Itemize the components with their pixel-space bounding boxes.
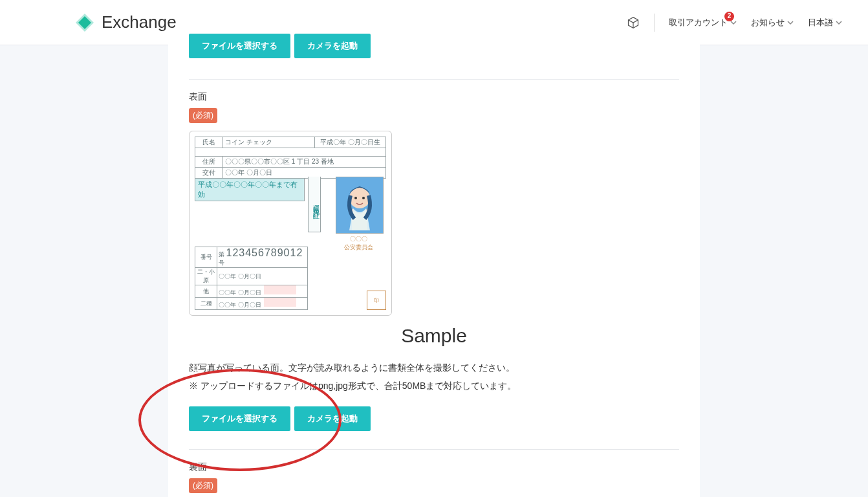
section-back-label: 裏面	[189, 461, 679, 473]
nav-account[interactable]: 取引アカウント 2	[669, 17, 737, 28]
card-license-vertical: 運転免許証	[308, 177, 321, 232]
nav-account-label: 取引アカウント	[669, 17, 728, 28]
card-addr-value: 〇〇〇県〇〇市〇〇区 1 丁目 23 番地	[222, 157, 386, 168]
instruction-line-2: ※ アップロードするファイルはpng,jpg形式で、合計50MBまで対応していま…	[189, 377, 679, 395]
content-panel: ファイルを選択する カメラを起動 表面 (必須) 氏名 コイン チェック 平成〇…	[168, 34, 700, 497]
svg-point-5	[362, 197, 365, 199]
card-row-a-value: 〇〇年 〇月〇日	[217, 268, 308, 285]
card-birth: 平成〇年 〇月〇日生	[315, 137, 386, 148]
card-name-value: コイン チェック	[222, 137, 315, 148]
brand-text: Exchange	[102, 12, 177, 32]
brand-logo[interactable]: Exchange	[74, 12, 177, 33]
front-instructions: 顔写真が写っている面。文字が読み取れるように書類全体を撮影してください。 ※ ア…	[189, 359, 679, 395]
card-valid-until: 平成〇〇年〇〇年〇〇年まで有効	[195, 179, 305, 201]
license-sample-front: 氏名 コイン チェック 平成〇年 〇月〇日生 住所 〇〇〇県〇〇市〇〇区 1 丁…	[189, 131, 392, 316]
section-front-label: 表面	[189, 91, 679, 103]
card-row-c-label: 二種	[195, 298, 217, 310]
separator	[654, 14, 655, 32]
svg-point-4	[354, 197, 357, 199]
required-badge: (必須)	[189, 478, 217, 493]
select-file-button[interactable]: ファイルを選択する	[189, 406, 290, 431]
launch-camera-button[interactable]: カメラを起動	[294, 406, 371, 431]
divider	[189, 449, 679, 450]
cube-icon[interactable]	[627, 16, 640, 29]
card-issue-label: 交付	[195, 168, 222, 179]
card-num-value: 第 123456789012 号	[217, 247, 308, 268]
header-nav: 取引アカウント 2 お知らせ 日本語	[627, 14, 842, 32]
nav-notice[interactable]: お知らせ	[751, 17, 794, 28]
card-stamp-icon: 印	[367, 291, 386, 310]
card-photo	[336, 177, 384, 234]
sample-watermark: Sample	[189, 325, 679, 347]
nav-language-label: 日本語	[808, 17, 833, 28]
card-stamp-small: 〇〇〇公安委員会	[331, 235, 386, 252]
card-row-a-label: 二・小原	[195, 268, 217, 285]
instruction-line-1: 顔写真が写っている面。文字が読み取れるように書類全体を撮影してください。	[189, 359, 679, 377]
card-addr-label: 住所	[195, 157, 222, 168]
required-badge: (必須)	[189, 108, 217, 123]
divider	[189, 79, 679, 80]
chevron-down-icon	[836, 19, 842, 26]
previous-section-buttons: ファイルを選択する カメラを起動	[189, 34, 679, 67]
logo-icon	[74, 12, 95, 33]
launch-camera-button[interactable]: カメラを起動	[294, 34, 371, 58]
front-upload-buttons: ファイルを選択する カメラを起動	[189, 406, 679, 431]
nav-notice-label: お知らせ	[751, 17, 785, 28]
card-name-label: 氏名	[195, 137, 222, 148]
select-file-button[interactable]: ファイルを選択する	[189, 34, 290, 58]
card-num-label: 番号	[195, 247, 217, 268]
card-row-c-value: 〇〇年 〇月〇日	[217, 298, 308, 310]
card-row-b-label: 他	[195, 285, 217, 298]
notification-badge: 2	[724, 12, 734, 21]
card-row-b-value: 〇〇年 〇月〇日	[217, 285, 308, 298]
nav-language[interactable]: 日本語	[808, 17, 842, 28]
chevron-down-icon	[787, 19, 794, 26]
